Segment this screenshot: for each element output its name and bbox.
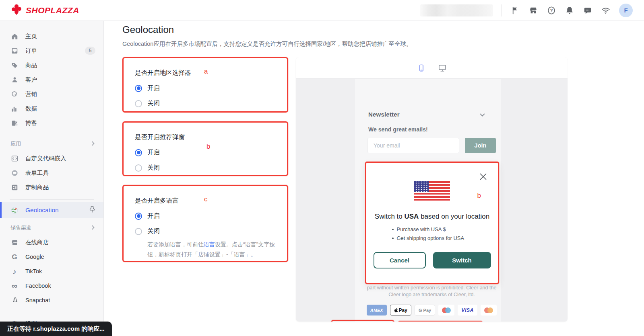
multi-language-help: 若要添加语言，可前往语言设置。点击“语言”文字按钮，新标签页打开「店铺设置」-「… — [147, 240, 280, 259]
usa-flag — [414, 181, 450, 201]
newsletter-section-header[interactable]: Newsletter — [368, 111, 485, 118]
join-button[interactable]: Join — [465, 138, 496, 153]
preview-device-toolbar — [296, 57, 568, 79]
avatar[interactable]: F — [619, 4, 633, 17]
radio-lang-off[interactable]: 关闭 — [135, 227, 276, 236]
sidebar-item-online-store[interactable]: 在线商店 — [0, 235, 103, 250]
bell-icon[interactable] — [565, 6, 574, 15]
page-title: Geolocation — [122, 24, 174, 35]
currency-selector-box: US (USD $) a — [398, 321, 483, 322]
option-box-region-selector: 是否开启地区选择器 a 开启 关闭 — [122, 57, 288, 113]
visa-badge: VISA — [458, 305, 477, 316]
sidebar-section-apps[interactable]: 应用 — [0, 137, 103, 151]
code-embed-icon — [10, 154, 19, 162]
sidebar-item-analytics[interactable]: 数据 — [0, 101, 103, 116]
radio-region-off[interactable]: 关闭 — [135, 99, 276, 108]
orders-badge: 5 — [85, 47, 95, 55]
option-box-multi-language: 是否开启多语言 c 开启 关闭 若要添加语言，可前往语言设置。点击“语言”文字按… — [122, 185, 288, 262]
radio-unselected-icon[interactable] — [135, 164, 142, 172]
storefront-preview-panel: Newsletter We send great emails! Join b … — [296, 57, 568, 322]
chat-icon[interactable] — [583, 6, 592, 15]
modal-bullets: Purchase with USA $ Get shipping options… — [366, 226, 498, 241]
usa-flag-canton — [414, 181, 429, 192]
radio-selected-icon[interactable] — [135, 149, 142, 156]
radio-selected-icon[interactable] — [135, 85, 142, 92]
sidebar-item-geolocation[interactable]: Geolocation — [0, 202, 103, 218]
sidebar-item-marketing[interactable]: 营销 — [0, 87, 103, 101]
form-tool-icon — [10, 169, 19, 177]
sidebar-item-orders[interactable]: 订单 5 — [0, 43, 103, 58]
sidebar-section-channels[interactable]: 销售渠道 — [0, 221, 103, 235]
radio-popup-off[interactable]: 关闭 — [135, 164, 276, 172]
sidebar-item-google[interactable]: G Google — [0, 250, 103, 264]
bullet-item: Purchase with USA $ — [392, 226, 473, 232]
shoplazza-admin: SHOPLAZZA ? F — [0, 0, 644, 336]
annotation-b: b — [206, 143, 210, 151]
online-store-icon — [10, 238, 19, 246]
sidebar-item-products[interactable]: 商品 — [0, 58, 103, 72]
radio-unselected-icon[interactable] — [135, 228, 142, 235]
annotation-c: c — [204, 195, 208, 203]
svg-text:?: ? — [550, 8, 553, 13]
brand-name: SHOPLAZZA — [26, 6, 79, 15]
blog-icon — [10, 119, 19, 127]
sidebar-item-tiktok[interactable]: ♪ TikTok — [0, 264, 103, 279]
newsletter-email-input[interactable] — [367, 138, 459, 153]
person-icon — [10, 76, 19, 84]
flag-icon[interactable] — [510, 6, 520, 15]
wifi-icon[interactable] — [601, 6, 611, 15]
radio-region-on[interactable]: 开启 — [135, 84, 276, 92]
sidebar-item-home[interactable]: 主页 — [0, 29, 103, 43]
desktop-view-icon[interactable] — [437, 63, 448, 73]
legal-text-line2: Cleer logo are trademarks of Cleer, ltd. — [296, 292, 568, 297]
snapchat-icon — [10, 296, 19, 304]
geolocation-globe-icon — [10, 206, 19, 214]
radio-popup-on[interactable]: 开启 — [135, 148, 276, 157]
sidebar-item-custom-product[interactable]: 定制商品 — [0, 180, 103, 195]
switch-button[interactable]: Switch — [433, 252, 491, 268]
search-box-redacted[interactable] — [420, 4, 493, 16]
tag-icon — [10, 61, 19, 69]
topbar-divider — [502, 4, 502, 16]
language-selector-box: c English — [331, 320, 394, 322]
payment-methods-row: AMEX Pay G Pay VISA — [296, 305, 568, 316]
amex-badge: AMEX — [367, 305, 387, 316]
radio-unselected-icon[interactable] — [135, 100, 142, 107]
help-icon[interactable]: ? — [547, 6, 556, 15]
maestro-badge — [438, 305, 454, 316]
radio-selected-icon[interactable] — [135, 213, 142, 220]
browser-status-toast: 正在等待 r.shoplazza.com 的响应... — [0, 322, 112, 336]
sidebar-item-facebook[interactable]: ∞ Facebook — [0, 279, 103, 293]
annotation-a: a — [204, 68, 208, 76]
preview-body: Newsletter We send great emails! Join b … — [296, 79, 568, 322]
sidebar-item-custom-code[interactable]: 自定义代码嵌入 — [0, 151, 103, 166]
language-settings-link[interactable]: 语言 — [204, 241, 215, 248]
chevron-right-icon — [91, 225, 95, 231]
sidebar-item-blog[interactable]: 博客 — [0, 116, 103, 130]
pushpin-icon[interactable] — [89, 206, 95, 215]
close-icon[interactable] — [480, 173, 487, 182]
mobile-view-icon[interactable] — [416, 63, 427, 73]
option-box-recommend-popup: 是否开启推荐弹窗 b 开启 关闭 — [122, 121, 288, 176]
radio-lang-on[interactable]: 开启 — [135, 212, 276, 220]
legal-text-line1: part without written permission is prohi… — [296, 285, 568, 291]
sidebar-divider — [10, 199, 94, 200]
storefront-icon[interactable] — [528, 6, 538, 15]
sidebar-item-snapchat[interactable]: Snapchat — [0, 293, 103, 307]
page-description: Geolocation应用在开启多市场配置后，支持您定义是否允许方可自行选择国家… — [122, 40, 412, 48]
sidebar-item-form-tool[interactable]: 表单工具 — [0, 166, 103, 180]
modal-title: Switch to USA based on your location — [366, 213, 498, 221]
mastercard-badge — [481, 305, 497, 316]
topbar: SHOPLAZZA ? F — [0, 0, 644, 21]
cancel-button[interactable]: Cancel — [374, 252, 426, 268]
sidebar-item-customers[interactable]: 客户 — [0, 72, 103, 87]
geolocation-switch-modal: b Switch to USA based on your location P… — [365, 162, 499, 284]
shoplazza-logo[interactable]: SHOPLAZZA — [0, 4, 79, 17]
marketing-icon — [10, 90, 19, 98]
section-divider — [368, 105, 485, 105]
google-pay-badge: G Pay — [415, 305, 435, 316]
newsletter-subtext: We send great emails! — [368, 126, 428, 133]
chevron-down-icon[interactable] — [480, 111, 485, 118]
tiktok-icon: ♪ — [10, 267, 19, 275]
chevron-right-icon — [91, 141, 95, 147]
